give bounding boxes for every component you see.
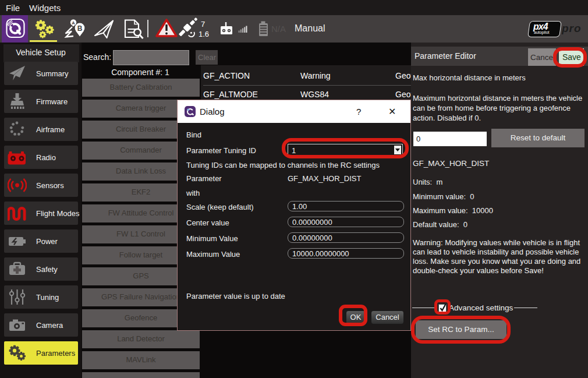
svg-text:A: A [72, 20, 75, 26]
svg-text:B: B [77, 24, 83, 33]
